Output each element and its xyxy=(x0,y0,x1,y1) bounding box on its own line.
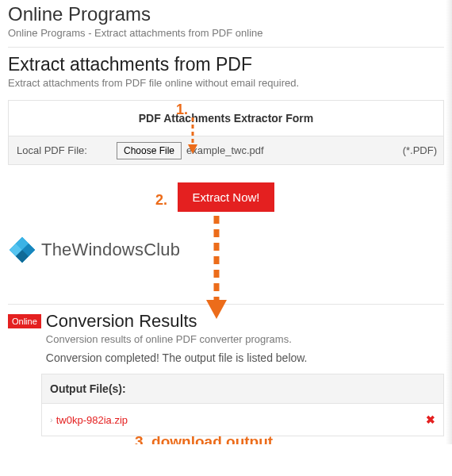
output-file-link[interactable]: tw0kp-982ia.zip xyxy=(56,414,128,426)
scrollbar-shadow xyxy=(446,0,452,444)
extract-wrap: Extract Now! xyxy=(8,182,444,212)
divider xyxy=(8,304,444,305)
watermark-text: TheWindowsClub xyxy=(41,240,180,260)
watermark: TheWindowsClub xyxy=(8,236,444,264)
page-header: Online Programs Online Programs - Extrac… xyxy=(8,3,444,39)
page-subtitle: Online Programs - Extract attachments fr… xyxy=(8,27,444,39)
form-row-file: Local PDF File: Choose File example_twc.… xyxy=(9,136,443,164)
results-title: Conversion Results xyxy=(46,311,444,332)
results-status: Conversion completed! The output file is… xyxy=(46,351,444,364)
selected-filename: example_twc.pdf xyxy=(186,144,264,156)
divider xyxy=(8,47,444,48)
form-heading: PDF Attachments Extractor Form xyxy=(9,101,443,136)
results-header: Online Conversion Results Conversion res… xyxy=(8,311,444,364)
output-row: › tw0kp-982ia.zip ✖ xyxy=(42,404,443,436)
extractor-form: PDF Attachments Extractor Form Local PDF… xyxy=(8,100,444,165)
results-desc: Conversion results of online PDF convert… xyxy=(46,333,444,345)
output-box: Output File(s): › tw0kp-982ia.zip ✖ xyxy=(41,374,444,436)
output-heading: Output File(s): xyxy=(42,374,443,404)
file-input-cell: Choose File example_twc.pdf xyxy=(112,137,396,164)
section-title: Extract attachments from PDF xyxy=(8,54,444,75)
page-title: Online Programs xyxy=(8,3,444,25)
choose-file-button[interactable]: Choose File xyxy=(117,142,182,159)
online-badge: Online xyxy=(8,314,41,328)
file-ext-hint: (*.PDF) xyxy=(396,136,443,164)
extract-button[interactable]: Extract Now! xyxy=(178,182,274,212)
delete-output-icon[interactable]: ✖ xyxy=(426,413,435,426)
file-label: Local PDF File: xyxy=(9,136,112,164)
section-desc: Extract attachments from PDF file online… xyxy=(8,77,444,89)
chevron-right-icon: › xyxy=(50,415,53,424)
windows-logo-icon xyxy=(8,236,36,264)
